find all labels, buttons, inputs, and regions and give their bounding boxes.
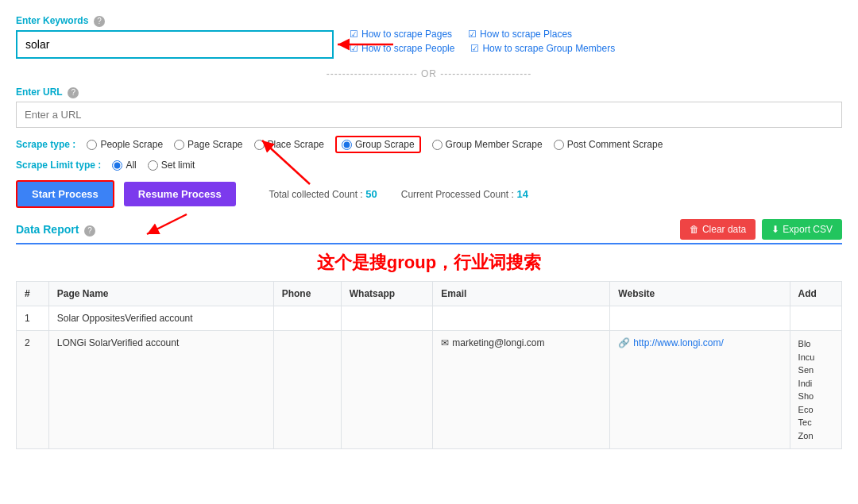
clear-data-label: Clear data (702, 224, 746, 235)
total-count-label: Total collected Count : (269, 189, 363, 200)
url-input[interactable] (16, 102, 842, 128)
export-csv-button[interactable]: ⬇ Export CSV (762, 219, 842, 240)
link-scrape-places-label: How to scrape Places (480, 29, 572, 40)
col-email: Email (433, 282, 610, 306)
scrape-limit-label: Scrape Limit type : (16, 160, 101, 171)
radio-group-input[interactable] (342, 140, 352, 150)
cell-whatsapp (341, 306, 433, 331)
table-header-row: # Page Name Phone Whatsapp Email Website… (17, 282, 842, 306)
svg-line-2 (262, 140, 310, 184)
enter-keywords-label: Enter Keywords (16, 15, 88, 26)
cell-phone (273, 331, 341, 449)
radio-limit-set-input[interactable] (148, 160, 158, 171)
cell-email (433, 306, 610, 331)
col-page-name: Page Name (48, 282, 273, 306)
radio-group-member-label: Group Member Scrape (446, 139, 543, 150)
clear-data-button[interactable]: 🗑 Clear data (680, 219, 756, 240)
arrow-to-input (334, 33, 397, 56)
col-whatsapp: Whatsapp (341, 282, 433, 306)
email-value: marketing@longi.com (452, 337, 544, 348)
cell-email: ✉ marketing@longi.com (433, 331, 610, 449)
email-icon: ✉ (441, 337, 449, 348)
link-scrape-places[interactable]: ☑ How to scrape Places (468, 29, 572, 40)
radio-page-scrape[interactable]: Page Scrape (174, 139, 242, 150)
radio-group-member-scrape[interactable]: Group Member Scrape (432, 139, 543, 150)
enter-url-label: Enter URL (16, 87, 63, 98)
radio-limit-set[interactable]: Set limit (148, 160, 195, 171)
cell-add (790, 306, 841, 331)
export-csv-label: Export CSV (783, 224, 833, 235)
annotation-text: 这个是搜group，行业词搜索 (16, 251, 842, 275)
cell-whatsapp (341, 331, 433, 449)
radio-post-comment-input[interactable] (554, 140, 564, 150)
col-num: # (17, 282, 49, 306)
radio-limit-set-label: Set limit (161, 160, 195, 171)
radio-post-comment-label: Post Comment Scrape (567, 139, 663, 150)
website-value: http://www.longi.com/ (633, 337, 723, 348)
radio-group-scrape[interactable]: Group Scrape (335, 136, 421, 153)
cell-phone (273, 306, 341, 331)
link-icon: 🔗 (618, 337, 630, 348)
current-count-value: 14 (516, 188, 528, 200)
data-report-title: Data Report (16, 223, 79, 236)
checkbox-group-members-icon: ☑ (470, 43, 479, 54)
or-divider: ----------------------- OR -------------… (16, 62, 842, 86)
col-add: Add (790, 282, 841, 306)
radio-page-input[interactable] (174, 140, 184, 150)
arrow-to-start-button (139, 210, 195, 242)
url-help-icon[interactable]: ? (68, 87, 79, 98)
radio-people-input[interactable] (87, 140, 97, 150)
col-phone: Phone (273, 282, 341, 306)
cell-num: 2 (17, 331, 49, 449)
link-scrape-group-members-label: How to scrape Group Members (482, 43, 615, 54)
cell-page-name: LONGi SolarVerified account (48, 331, 273, 449)
radio-people-label: People Scrape (100, 139, 163, 150)
col-website: Website (610, 282, 790, 306)
radio-group-label: Group Scrape (355, 139, 415, 150)
cell-num: 1 (17, 306, 49, 331)
radio-limit-all-input[interactable] (112, 160, 122, 171)
trash-icon: 🗑 (690, 224, 699, 235)
resume-process-button[interactable]: Resume Process (124, 182, 236, 206)
link-scrape-group-members[interactable]: ☑ How to scrape Group Members (470, 43, 615, 54)
data-table: # Page Name Phone Whatsapp Email Website… (16, 281, 842, 449)
radio-post-comment-scrape[interactable]: Post Comment Scrape (554, 139, 663, 150)
radio-limit-all-label: All (126, 160, 136, 171)
scrape-type-label: Scrape type : (16, 139, 75, 150)
radio-people-scrape[interactable]: People Scrape (87, 139, 163, 150)
cell-website (610, 306, 790, 331)
current-count-label: Current Processed Count : (401, 189, 514, 200)
checkbox-places-icon: ☑ (468, 29, 477, 40)
keyword-input[interactable] (16, 30, 334, 59)
radio-page-label: Page Scrape (187, 139, 242, 150)
download-icon: ⬇ (771, 224, 779, 235)
radio-group-member-input[interactable] (432, 140, 443, 150)
table-row: 1 Solar OppositesVerified account (17, 306, 842, 331)
cell-website: 🔗 http://www.longi.com/ (610, 331, 790, 449)
cell-page-name: Solar OppositesVerified account (48, 306, 273, 331)
keywords-help-icon[interactable]: ? (94, 16, 105, 27)
total-count-value: 50 (365, 188, 377, 200)
cell-add: BloIncuSenIndiShoEcoTecZon (790, 331, 841, 449)
start-process-button[interactable]: Start Process (16, 180, 114, 208)
arrow-to-group-scrape (246, 133, 342, 188)
table-row: 2 LONGi SolarVerified account ✉ marketin… (17, 331, 842, 449)
svg-line-1 (147, 214, 187, 234)
count-section: Total collected Count : 50 Current Proce… (269, 188, 528, 200)
data-report-help-icon[interactable]: ? (84, 225, 95, 237)
radio-limit-all[interactable]: All (112, 160, 136, 171)
